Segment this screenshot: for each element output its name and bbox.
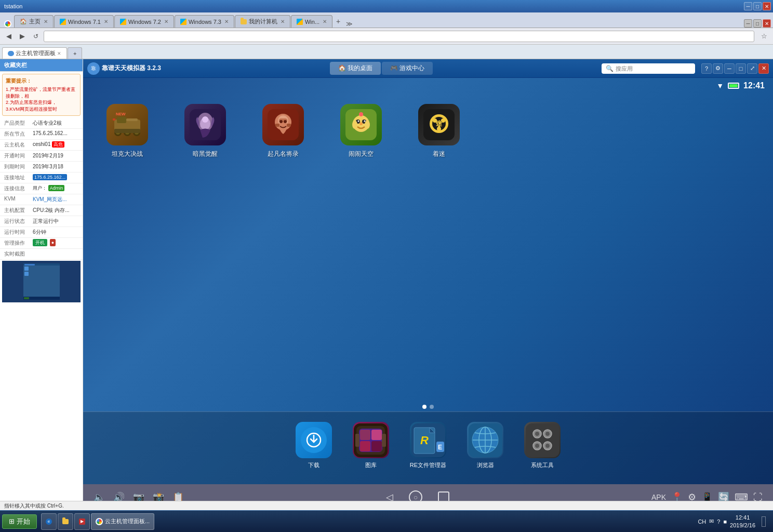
dock-icon-download: [296, 422, 332, 458]
svg-rect-54: [355, 434, 359, 447]
field-node: 所在节点 175.6.25.162...: [0, 129, 83, 140]
svg-point-26: [279, 120, 283, 123]
show-desktop-button[interactable]: [758, 513, 769, 530]
new-tab-button[interactable]: +: [333, 15, 343, 28]
dock-item-gallery[interactable]: 图库: [353, 422, 389, 469]
svg-rect-66: [526, 423, 559, 457]
minimize-button[interactable]: ─: [744, 2, 752, 10]
browser-close[interactable]: ✕: [763, 19, 771, 28]
svg-rect-52: [360, 441, 370, 451]
window-controls: ─ □ ✕: [744, 2, 771, 10]
field-operations: 管理操作 开机 ●: [0, 238, 83, 249]
win-icon-4: [297, 19, 303, 25]
taskbar-media[interactable]: ▶: [74, 513, 90, 530]
emu-minimize-button[interactable]: ─: [724, 63, 735, 74]
emu-help-button[interactable]: ?: [701, 63, 712, 74]
dock-item-re[interactable]: R E RE文件管理器: [410, 422, 446, 469]
battery-icon: [728, 83, 739, 89]
svg-point-34: [352, 121, 357, 129]
tab-close-mycomp[interactable]: ✕: [281, 19, 285, 24]
browser-minimize[interactable]: ─: [744, 19, 752, 28]
tab-close-win72[interactable]: ✕: [164, 19, 168, 24]
ie-icon: e: [46, 518, 52, 525]
sub-tab-close-0[interactable]: ✕: [57, 51, 61, 56]
status-time: 12:41: [743, 81, 765, 90]
taskbar-ie[interactable]: e: [41, 513, 57, 530]
ip-badge: 175.6.25.162...: [33, 174, 67, 180]
url-bar[interactable]: [44, 31, 754, 42]
svg-rect-50: [360, 430, 370, 440]
forward-button[interactable]: ▶: [17, 31, 28, 42]
maximize-button[interactable]: □: [753, 2, 762, 10]
sub-tab-cloud-mgr[interactable]: 云主机管理面板 ✕: [2, 47, 67, 59]
app-label-battle: 起凡名将录: [268, 150, 299, 158]
search-input[interactable]: [616, 65, 691, 72]
dock-label-tools: 系统工具: [531, 461, 554, 469]
browser-tab-win72[interactable]: Windows 7.2 ✕: [114, 15, 174, 28]
dock-label-browser: 浏览器: [477, 461, 494, 469]
svg-rect-55: [382, 434, 386, 447]
emu-fullscreen-button[interactable]: ⤢: [747, 63, 757, 74]
window-title-bar: tstation ─ □ ✕: [0, 0, 773, 12]
start-button[interactable]: ⊞ 开始: [2, 514, 37, 529]
svg-point-73: [535, 444, 539, 448]
svg-point-35: [365, 121, 370, 129]
emu-close-button[interactable]: ✕: [758, 63, 769, 74]
tab-close-win71[interactable]: ✕: [104, 19, 108, 24]
svg-rect-14: [113, 118, 115, 121]
browser-tab-mycomp[interactable]: 我的计算机 ✕: [235, 15, 290, 28]
close-button[interactable]: ✕: [763, 2, 771, 10]
browser-container: 🏠 主页 ✕ Windows 7.1 ✕ Windows 7.2 ✕ Windo…: [0, 12, 773, 510]
browser-tab-win73[interactable]: Windows 7.3 ✕: [175, 15, 234, 28]
battery-fill: [729, 84, 738, 87]
app-item-sky[interactable]: 闹闹天空: [338, 104, 384, 158]
app-item-tank[interactable]: NEW 坦克大决战: [104, 104, 151, 158]
emu-tab-desktop[interactable]: 🏠 我的桌面: [330, 62, 381, 75]
taskbar-clock: 12:41 2019/2/16: [730, 514, 755, 529]
emu-restore-button[interactable]: □: [736, 63, 746, 74]
dock-icon-re: R E: [410, 422, 446, 458]
app-item-maze[interactable]: 着 迷 着迷: [416, 104, 462, 158]
taskbar-folder[interactable]: [58, 513, 73, 530]
dock-icon-gallery: [353, 422, 389, 458]
dock-item-download[interactable]: 下载: [296, 422, 332, 469]
browser-restore[interactable]: □: [753, 19, 762, 28]
app-label-sky: 闹闹天空: [349, 150, 374, 158]
field-expire-time: 到期时间 2019年3月18: [0, 162, 83, 172]
tab-close-home[interactable]: ✕: [44, 19, 48, 24]
power-off-button[interactable]: ●: [50, 239, 56, 246]
android-dock: 下载: [83, 411, 773, 484]
emu-settings-button[interactable]: ⚙: [713, 63, 723, 74]
screenshot-thumb: [2, 261, 81, 302]
app-icon-sky: [340, 104, 382, 145]
status-text: 指针移入其中或按 Ctrl+G.: [4, 502, 64, 510]
kvm-link[interactable]: KVM_网页远...: [33, 196, 78, 203]
browser-tab-home[interactable]: 🏠 主页 ✕: [14, 15, 54, 28]
back-button[interactable]: ◀: [3, 31, 15, 42]
browser-tabs-bar: 🏠 主页 ✕ Windows 7.1 ✕ Windows 7.2 ✕ Windo…: [0, 12, 773, 28]
sub-tab-new[interactable]: +: [68, 47, 82, 59]
bookmark-button[interactable]: ☆: [758, 31, 770, 42]
tab-close-win-other[interactable]: ✕: [323, 19, 327, 24]
browser-tab-win71[interactable]: Windows 7.1 ✕: [54, 15, 114, 28]
dock-item-tools[interactable]: 系统工具: [524, 422, 561, 469]
nav-apk-icon[interactable]: APK: [651, 493, 666, 501]
svg-point-36: [359, 122, 363, 125]
dock-icon-browser: [467, 422, 503, 458]
browser-tab-win-other[interactable]: Win... ✕: [291, 15, 332, 28]
status-bar: 指针移入其中或按 Ctrl+G.: [0, 501, 773, 510]
media-icon: ▶: [79, 518, 85, 525]
dock-item-browser[interactable]: 浏览器: [467, 422, 503, 469]
svg-text:NEW: NEW: [116, 112, 126, 116]
svg-rect-6: [126, 118, 138, 121]
refresh-button[interactable]: ↺: [30, 31, 42, 42]
app-label-maze: 着迷: [433, 150, 445, 158]
taskbar-right: CH ✉ ? ■ 12:41 2019/2/16: [694, 513, 773, 530]
taskbar-chrome[interactable]: 云主机管理面板...: [91, 513, 154, 530]
dock-label-download: 下载: [308, 461, 319, 469]
tab-close-win73[interactable]: ✕: [224, 19, 229, 24]
power-on-button[interactable]: 开机: [33, 239, 47, 246]
emu-tab-game-center[interactable]: 🎮 游戏中心: [382, 62, 433, 75]
app-item-battle[interactable]: 起凡名将录: [260, 104, 306, 158]
app-item-dark[interactable]: 暗黑觉醒: [182, 104, 229, 158]
